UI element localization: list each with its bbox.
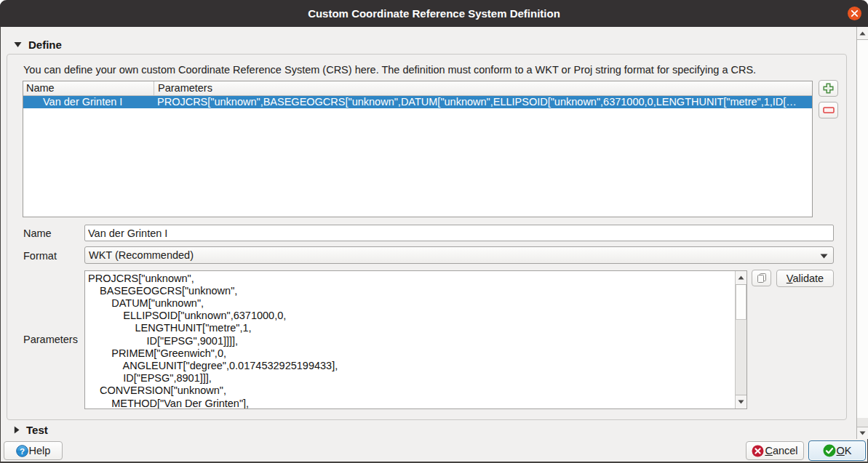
- dialog-scroll-down-button[interactable]: [857, 427, 868, 439]
- define-group-label: Define: [28, 39, 62, 51]
- format-combobox[interactable]: WKT (Recommended): [84, 246, 834, 264]
- crs-description: You can define your own custom Coordinat…: [23, 64, 831, 76]
- name-input[interactable]: [84, 225, 834, 241]
- dialog-scrollbar[interactable]: [856, 27, 868, 439]
- format-selected-value: WKT (Recommended): [89, 249, 194, 261]
- parameters-scrollbar[interactable]: [735, 271, 746, 408]
- cancel-button-label: Cancel: [765, 445, 797, 456]
- dialog-scroll-up-button[interactable]: [857, 27, 868, 40]
- collapse-down-icon: [14, 41, 22, 48]
- define-group-header[interactable]: Define: [14, 39, 62, 50]
- custom-crs-dialog: Custom Coordinate Reference System Defin…: [0, 0, 868, 463]
- ok-button-label: OK: [837, 445, 852, 456]
- crs-table-header: Name Parameters: [23, 81, 812, 96]
- help-button[interactable]: ? Help: [4, 441, 63, 460]
- scroll-down-button[interactable]: [736, 395, 746, 408]
- name-field-label: Name: [23, 228, 52, 239]
- close-button[interactable]: [848, 7, 861, 20]
- ok-button[interactable]: OK: [808, 440, 866, 461]
- svg-text:?: ?: [20, 446, 25, 455]
- add-crs-button[interactable]: [819, 80, 838, 97]
- scroll-up-arrow-icon: [738, 275, 744, 280]
- define-groupbox: You can define your own custom Coordinat…: [7, 54, 847, 420]
- remove-crs-button[interactable]: [819, 102, 838, 118]
- parameters-field-label: Parameters: [23, 334, 78, 345]
- column-header-name[interactable]: Name: [23, 81, 154, 95]
- crs-table[interactable]: Name Parameters Van der Grinten I PROJCR…: [23, 81, 813, 217]
- validate-button[interactable]: Validate: [776, 270, 834, 287]
- dialog-scroll-down-arrow-icon: [859, 431, 866, 435]
- validate-button-label: Validate: [787, 273, 824, 284]
- scroll-down-arrow-icon: [738, 400, 744, 404]
- dialog-scroll-up-arrow-icon: [859, 31, 866, 36]
- scroll-up-button[interactable]: [736, 271, 746, 285]
- test-group-label: Test: [26, 424, 48, 436]
- row-name-cell: Van der Grinten I: [23, 96, 154, 108]
- parameters-textarea[interactable]: PROJCRS["unknown", BASEGEOGCRS["unknown"…: [84, 270, 747, 409]
- cancel-icon: [752, 445, 764, 457]
- close-icon: [851, 9, 859, 17]
- column-header-parameters[interactable]: Parameters: [154, 81, 812, 95]
- help-button-label: Help: [29, 445, 51, 456]
- ok-icon: [823, 444, 836, 457]
- wkt-definition-text: PROJCRS["unknown", BASEGEOGCRS["unknown"…: [85, 271, 734, 408]
- format-field-label: Format: [23, 250, 57, 262]
- remove-minus-icon: [823, 107, 835, 113]
- copy-icon: [757, 273, 767, 283]
- scrollbar-track[interactable]: [736, 320, 746, 395]
- dialog-scrollbar-thumb[interactable]: [857, 41, 868, 418]
- copy-wkt-button[interactable]: [752, 270, 771, 286]
- titlebar[interactable]: Custom Coordinate Reference System Defin…: [0, 0, 868, 27]
- add-plus-icon: [823, 83, 834, 94]
- help-icon: ?: [16, 445, 28, 457]
- row-parameters-cell: PROJCRS["unknown",BASEGEOGCRS["unknown",…: [154, 96, 812, 108]
- cancel-button[interactable]: Cancel: [746, 441, 804, 460]
- table-row[interactable]: Van der Grinten I PROJCRS["unknown",BASE…: [23, 96, 812, 108]
- window-title: Custom Coordinate Reference System Defin…: [0, 0, 868, 27]
- combo-dropdown-arrow-icon: [820, 254, 828, 259]
- dialog-scrollbar-track[interactable]: [857, 418, 868, 427]
- scrollbar-thumb[interactable]: [736, 285, 746, 320]
- test-group-header[interactable]: Test: [14, 424, 48, 435]
- collapse-right-icon: [14, 426, 20, 434]
